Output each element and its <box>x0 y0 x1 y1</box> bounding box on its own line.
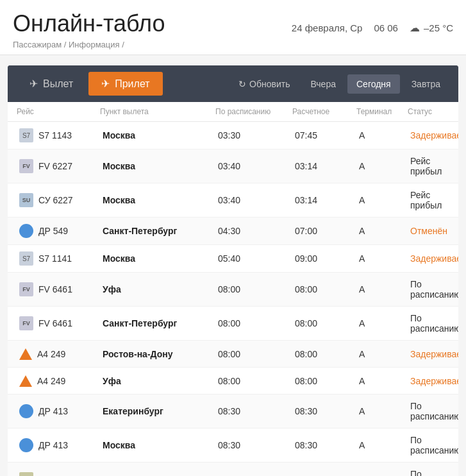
yesterday-button[interactable]: Вчера <box>301 74 345 94</box>
scheduled-time: 08:30 <box>218 440 240 450</box>
terminal-value: A <box>359 226 365 236</box>
airline-icon <box>19 438 33 452</box>
tab-departure[interactable]: ✈ Вылет <box>17 72 86 96</box>
scheduled-time: 05:40 <box>218 253 240 264</box>
cell-scheduled: 08:00 <box>215 278 292 301</box>
tab-arrival-label: Прилет <box>115 78 149 90</box>
origin-city: Москва <box>103 161 135 171</box>
airline-icon <box>19 224 33 238</box>
table-row[interactable]: A4 249 Уфа 08:00 08:00 A Задерживается <box>8 368 458 395</box>
col-terminal: Терминал <box>356 107 408 116</box>
terminal-value: A <box>359 284 365 294</box>
cell-scheduled: 08:00 <box>215 370 292 393</box>
cell-flight: A4 249 <box>17 342 100 366</box>
cell-flight: A4 249 <box>17 369 100 393</box>
table-row[interactable]: ЮВ ЮВ 597 Казань 10:35 10:35 A По распис… <box>8 463 458 476</box>
header: Онлайн-табло 24 февраля, Ср 06 06 ☁ –25 … <box>0 0 466 55</box>
cell-terminal: A <box>356 468 408 476</box>
cell-flight: FV FV 6461 <box>17 310 100 337</box>
terminal-value: A <box>359 406 365 416</box>
estimated-time: 03:14 <box>295 161 317 171</box>
today-button[interactable]: Сегодня <box>347 74 400 94</box>
table-row[interactable]: SU СУ 6227 Москва 03:40 03:14 A Рейс при… <box>8 183 458 217</box>
cell-origin: Москва <box>100 155 215 178</box>
cell-status: По расписанию <box>408 307 458 340</box>
cell-status: Задерживается <box>408 124 458 147</box>
flight-number: СУ 6227 <box>38 195 73 205</box>
flight-number: A4 249 <box>37 376 65 386</box>
airline-icon: S7 <box>19 251 33 266</box>
origin-city: Москва <box>103 440 135 450</box>
refresh-button[interactable]: ↻ Обновить <box>229 74 299 94</box>
airline-icon <box>19 348 32 360</box>
cell-terminal: A <box>356 247 408 270</box>
table-row[interactable]: A4 249 Ростов-на-Дону 08:00 08:00 A Заде… <box>8 341 458 368</box>
weather-icon: ☁ <box>410 22 420 34</box>
tomorrow-button[interactable]: Завтра <box>403 74 449 94</box>
tab-departure-label: Вылет <box>43 78 73 90</box>
estimated-time: 08:00 <box>295 284 317 294</box>
terminal-value: A <box>359 195 365 205</box>
status-badge: Задерживается <box>410 376 458 386</box>
estimated-time: 08:00 <box>295 349 317 359</box>
status-badge: По расписанию <box>410 279 458 300</box>
flight-number: ДР 413 <box>38 440 68 450</box>
cell-scheduled: 10:35 <box>215 468 292 476</box>
estimated-time: 08:30 <box>295 440 317 450</box>
cell-status: Рейс прибыл <box>408 149 449 183</box>
cell-flight: ЮВ ЮВ 597 <box>17 466 100 476</box>
cell-terminal: A <box>356 434 408 457</box>
cell-origin: Москва <box>100 247 215 270</box>
scheduled-time: 08:00 <box>218 318 240 328</box>
flight-number: FV 6461 <box>38 318 72 328</box>
cell-origin: Москва <box>100 189 215 212</box>
table-row[interactable]: FV FV 6461 Санкт-Петербург 08:00 08:00 A… <box>8 307 458 341</box>
scheduled-time: 08:30 <box>218 406 240 416</box>
cell-flight: ДР 413 <box>17 432 100 459</box>
table-row[interactable]: ДР 413 Екатеринбург 08:30 08:30 A По рас… <box>8 395 458 429</box>
airline-icon <box>19 404 33 418</box>
flight-board: ✈ Вылет ✈ Прилет ↻ Обновить Вчера Сегодн… <box>8 65 458 476</box>
flight-number: ДР 413 <box>38 406 68 416</box>
origin-city: Москва <box>103 195 135 205</box>
terminal-value: A <box>359 376 365 386</box>
cell-origin: Санкт-Петербург <box>100 312 215 335</box>
col-estimated: Расчетное <box>292 107 356 116</box>
cell-estimated: 08:00 <box>292 370 356 393</box>
status-badge: По расписанию <box>410 401 458 421</box>
flights-body: S7 S7 1143 Москва 03:30 07:45 A Задержив… <box>8 122 458 476</box>
cell-terminal: A <box>356 278 408 301</box>
estimated-time: 08:30 <box>295 406 317 416</box>
scheduled-time: 03:30 <box>218 130 240 140</box>
scheduled-time: 08:00 <box>218 349 240 359</box>
table-row[interactable]: S7 S7 1143 Москва 03:30 07:45 A Задержив… <box>8 122 458 149</box>
table-row[interactable]: ДР 549 Санкт-Петербург 04:30 07:00 A Отм… <box>8 217 458 245</box>
table-row[interactable]: FV FV 6227 Москва 03:40 03:14 A Рейс при… <box>8 149 458 183</box>
page-title: Онлайн-табло <box>13 10 165 37</box>
col-scheduled: По расписанию <box>215 107 292 116</box>
tab-arrival[interactable]: ✈ Прилет <box>88 72 162 96</box>
estimated-time: 09:00 <box>295 253 317 264</box>
flight-number: S7 1141 <box>38 253 72 264</box>
origin-city: Москва <box>103 130 135 140</box>
airline-icon: ЮВ <box>19 472 33 476</box>
date-display: 24 февраля, Ср <box>292 22 363 33</box>
cell-terminal: A <box>356 219 408 242</box>
airline-icon: FV <box>19 282 33 296</box>
flight-number: ДР 549 <box>38 226 68 236</box>
table-row[interactable]: S7 S7 1141 Москва 05:40 09:00 A Задержив… <box>8 245 458 273</box>
cell-flight: ДР 549 <box>17 217 100 244</box>
airline-icon: FV <box>19 159 33 173</box>
table-row[interactable]: FV FV 6461 Уфа 08:00 08:00 A По расписан… <box>8 273 458 307</box>
cell-origin: Екатеринбург <box>100 400 215 423</box>
cell-status: Задерживается <box>408 247 458 270</box>
origin-city: Москва <box>103 253 135 264</box>
cell-flight: ДР 413 <box>17 398 100 425</box>
cell-terminal: A <box>356 155 408 178</box>
table-row[interactable]: ДР 413 Москва 08:30 08:30 A По расписани… <box>8 429 458 463</box>
cell-terminal: A <box>356 343 408 366</box>
scheduled-time: 03:40 <box>218 195 240 205</box>
cell-status: По расписанию <box>408 395 458 428</box>
cell-estimated: 07:45 <box>292 124 356 147</box>
status-badge: По расписанию <box>410 469 458 476</box>
